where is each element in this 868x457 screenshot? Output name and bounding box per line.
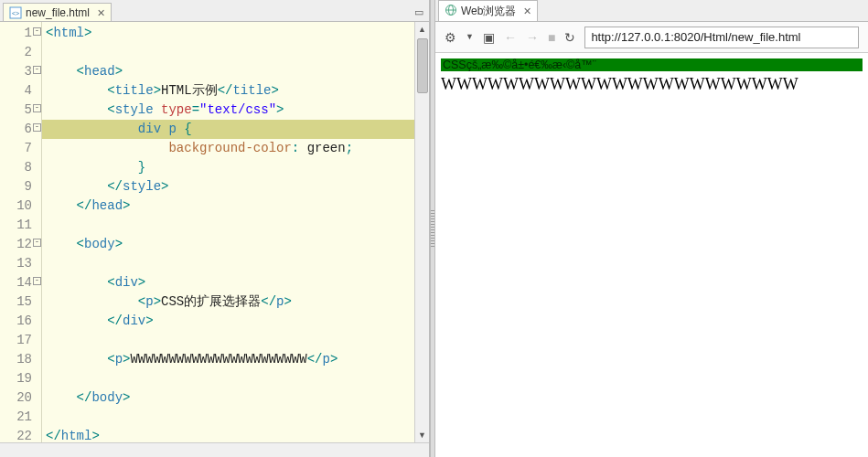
globe-icon [445,4,457,19]
code-line[interactable]: <p>WWWWWWWWWWWWWWWWWWWWWWW</p> [42,350,429,369]
fold-toggle-icon[interactable]: - [33,277,41,285]
close-icon[interactable]: ✕ [97,7,105,19]
line-number: 10 [0,197,41,216]
editor-panel: <> new_file.html ✕ ▭ 1-23-45-6-789101112… [0,0,430,457]
reload-icon[interactable]: ↻ [564,31,575,44]
line-number: 20 [0,388,41,408]
line-number: 12- [0,235,41,254]
fold-toggle-icon[interactable]: - [33,123,41,132]
code-line[interactable]: } [42,158,429,177]
line-number: 15 [0,292,41,312]
line-number: 3- [0,62,41,81]
line-number: 14- [0,273,41,292]
gear-icon[interactable]: ⚙ [445,31,456,44]
rendered-plain-paragraph: WWWWWWWWWWWWWWWWWWWWWWW [441,75,863,94]
code-line[interactable]: </div> [42,312,429,331]
line-number: 5- [0,101,41,120]
line-number: 1- [0,24,41,43]
code-line[interactable] [42,43,429,62]
line-number: 19 [0,369,41,388]
scroll-down-icon[interactable]: ▼ [418,428,426,442]
code-line[interactable]: <title>HTML示例</title> [42,81,429,101]
line-number: 11 [0,216,41,235]
editor-body: 1-23-45-6-789101112-1314-151617181920212… [0,22,429,442]
editor-tabbar: <> new_file.html ✕ ▭ [0,0,429,22]
line-number: 13 [0,254,41,273]
line-number: 2 [0,43,41,62]
code-line[interactable]: <body> [42,235,429,254]
line-gutter: 1-23-45-6-789101112-1314-151617181920212… [0,22,42,442]
line-number: 22 [0,427,41,442]
stop-icon[interactable]: ■ [548,31,555,44]
code-line[interactable] [42,331,429,350]
code-line[interactable]: background-color: green; [42,139,429,158]
code-line[interactable]: <p>CSS的扩展选择器</p> [42,292,429,312]
scroll-up-icon[interactable]: ▲ [418,22,426,37]
fold-toggle-icon[interactable]: - [33,66,41,74]
code-line[interactable]: <div> [42,273,429,292]
browser-tabbar: Web浏览器 ✕ [435,0,868,22]
vertical-scrollbar[interactable]: ▲ ▼ [414,22,429,442]
line-number: 4 [0,81,41,101]
line-number: 8 [0,158,41,177]
fold-toggle-icon[interactable]: - [33,239,41,247]
html-file-icon: <> [9,6,22,19]
line-number: 21 [0,408,41,427]
restore-icon[interactable]: ▭ [414,6,423,18]
line-number: 9 [0,177,41,197]
scroll-thumb[interactable] [417,38,428,93]
code-line[interactable] [42,408,429,427]
code-area[interactable]: <html> <head> <title>HTML示例</title> <sty… [42,22,429,442]
code-line[interactable]: </head> [42,197,429,216]
app-root: <> new_file.html ✕ ▭ 1-23-45-6-789101112… [0,0,868,457]
line-number: 7 [0,139,41,158]
line-number: 16 [0,312,41,331]
code-line[interactable]: <head> [42,62,429,81]
horizontal-scrollbar[interactable] [0,442,429,457]
nav-forward-icon[interactable]: → [526,31,539,44]
browser-tab-label: Web浏览器 [461,4,516,19]
url-input[interactable] [584,27,859,48]
code-line[interactable]: </html> [42,427,429,442]
fold-toggle-icon[interactable]: - [33,104,41,112]
chevron-down-icon[interactable]: ▼ [466,33,474,41]
terminal-icon[interactable]: ▣ [483,31,495,44]
svg-text:<>: <> [12,10,19,16]
browser-panel: Web浏览器 ✕ ⚙ ▼ ▣ ← → ■ ↻ CSSçš„æ‰©å±•é€‰æ‹… [435,0,868,457]
editor-tab[interactable]: <> new_file.html ✕ [3,3,112,21]
code-line[interactable]: </body> [42,388,429,408]
line-number: 6- [0,120,41,139]
code-line[interactable] [42,254,429,273]
code-line[interactable]: </style> [42,177,429,197]
code-line[interactable]: div p { [42,120,429,139]
line-number: 18 [0,350,41,369]
editor-tab-label: new_file.html [26,6,90,19]
code-line[interactable]: <html> [42,24,429,43]
code-line[interactable]: <style type="text/css"> [42,101,429,120]
page-viewport: CSSçš„æ‰©å±•é€‰æ‹©å™¨ WWWWWWWWWWWWWWWWWW… [435,53,868,457]
nav-back-icon[interactable]: ← [504,31,517,44]
rendered-styled-paragraph: CSSçš„æ‰©å±•é€‰æ‹©å™¨ [441,58,863,71]
close-icon[interactable]: ✕ [523,5,531,17]
code-line[interactable] [42,369,429,388]
sash-handle-icon [431,210,434,247]
fold-toggle-icon[interactable]: - [33,27,41,36]
code-line[interactable] [42,216,429,235]
browser-toolbar: ⚙ ▼ ▣ ← → ■ ↻ [435,22,868,53]
browser-tab[interactable]: Web浏览器 ✕ [438,0,538,21]
line-number: 17 [0,331,41,350]
